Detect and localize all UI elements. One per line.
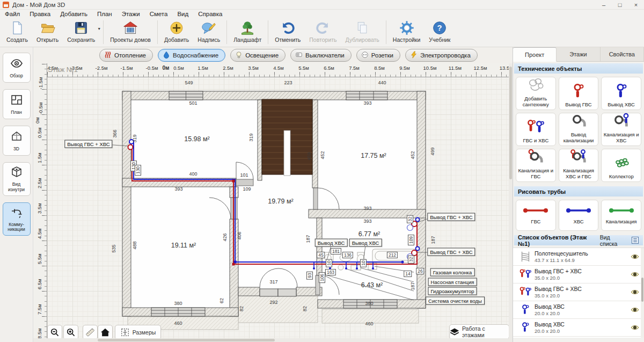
- close-button[interactable]: ×: [628, 2, 644, 8]
- dimensions-toggle-button[interactable]: Размеры: [115, 325, 161, 340]
- menu-item-4[interactable]: Этажи: [117, 11, 145, 17]
- sanitary-tool-button[interactable]: Добавить сантехнику: [516, 77, 556, 110]
- menu-item-7[interactable]: Справка: [193, 11, 227, 17]
- home-view-button[interactable]: [98, 325, 113, 340]
- tab-switch[interactable]: Выключатели: [290, 49, 352, 62]
- outlet-cold-tool-button[interactable]: Вывод ХВС: [601, 77, 641, 110]
- sidebar-item-house3d[interactable]: 3D: [3, 126, 31, 156]
- zoom-in-button[interactable]: [63, 325, 78, 340]
- visibility-eye-icon[interactable]: [628, 253, 642, 260]
- menu-item-3[interactable]: План: [92, 11, 117, 17]
- tab-socket[interactable]: Розетки: [356, 49, 400, 62]
- object-size: 20.0 x 20.0: [535, 328, 628, 334]
- object-list-item[interactable]: Вывод ХВС20.0 x 20.0: [513, 301, 644, 319]
- plan-callout[interactable]: Насосная станция: [428, 278, 477, 286]
- plan-callout[interactable]: Вывод ХВС: [315, 239, 348, 247]
- menu-item-1[interactable]: Правка: [25, 11, 55, 17]
- menu-item-2[interactable]: Добавить: [55, 11, 92, 17]
- toolbar-label: Учебник: [429, 37, 450, 43]
- ruler-v-label: 4.5м: [36, 228, 42, 239]
- tab-wiring[interactable]: Электропроводка: [405, 49, 478, 62]
- object-list-scrollbar[interactable]: [641, 248, 644, 338]
- open-folder-button[interactable]: Открыть: [32, 18, 63, 43]
- pipe-tool-ХВС[interactable]: ХВС: [559, 200, 599, 231]
- maximize-button[interactable]: □: [612, 2, 628, 8]
- tool-label: Канализация и ГВС: [517, 168, 555, 180]
- object-name: Полотенцесушитель: [535, 250, 628, 257]
- object-list-item[interactable]: Вывод ГВС + ХВС35.0 x 20.0: [513, 283, 644, 301]
- new-doc-icon: [10, 20, 25, 36]
- minimize-button[interactable]: –: [596, 2, 612, 8]
- title-bar: Дом - Мой Дом 3D – □ ×: [0, 0, 644, 10]
- plan-canvas-area[interactable]: 4.5м-3.5м-2.5м-1.5м-0.5м0м0.5м1.5м2.5м3.…: [33, 47, 513, 342]
- toolbar-label: Дублировать: [346, 37, 379, 43]
- tab-light[interactable]: Освещение: [230, 49, 286, 62]
- outlet-cold-icon: [610, 82, 633, 102]
- add-circle-button[interactable]: Добавить: [160, 18, 193, 43]
- drain-cold-tool-button[interactable]: Канализация и ХВС: [601, 113, 641, 146]
- pipe-tool-Канализация[interactable]: Канализация: [601, 200, 641, 231]
- floor-plan[interactable]: 5492234405013933663193194001011093934524…: [47, 63, 509, 342]
- duplicate-pages-button: Дублировать: [341, 18, 384, 43]
- sidebar-label: Комму- никации: [8, 222, 25, 233]
- panel-tab-2[interactable]: Свойства: [601, 47, 644, 61]
- label-bubble-button[interactable]: Надпись: [193, 18, 224, 43]
- tab-water[interactable]: Водоснабжение: [158, 49, 225, 62]
- object-list-item[interactable]: Полотенцесушитель43.7 x 11.1 x 64.9: [513, 248, 644, 266]
- open-folder-icon: [40, 20, 55, 36]
- plan-callout[interactable]: Вывод ГВС + ХВС: [64, 140, 112, 148]
- visibility-eye-icon[interactable]: [628, 324, 642, 331]
- tab-heating[interactable]: Отопление: [99, 49, 153, 62]
- undo-arrow-button[interactable]: Отменить: [270, 18, 305, 43]
- sidebar-item-eye[interactable]: Обзор: [3, 53, 31, 83]
- panel-tab-1[interactable]: Этажи: [557, 47, 600, 61]
- outlet-hotcold-icon: [516, 286, 535, 299]
- menu-item-5[interactable]: Смета: [145, 11, 173, 17]
- drain-hot-tool-button[interactable]: Канализация и ГВС: [516, 149, 556, 182]
- outlet-hot-tool-button[interactable]: Вывод ГВС: [559, 77, 599, 110]
- plan-callout[interactable]: Вывод ХВС: [349, 239, 382, 247]
- sidebar-item-comms[interactable]: Комму- никации: [3, 202, 31, 236]
- ruler-v-label: 1.5м: [36, 152, 42, 163]
- visibility-eye-icon[interactable]: [628, 307, 642, 313]
- collector-tool-button[interactable]: Коллектор: [601, 149, 641, 182]
- outlet-hotcold-tool-button[interactable]: ГВС и ХВС: [516, 113, 556, 146]
- floors-work-button[interactable]: Работа с этажами: [449, 324, 509, 339]
- pipe-tool-ГВС[interactable]: ГВС: [516, 200, 556, 231]
- canvas-horizontal-scrollbar[interactable]: [33, 338, 509, 342]
- object-list-item[interactable]: Вывод ГВС + ХВС35.0 x 20.0: [513, 266, 644, 283]
- comms-icon: [10, 206, 23, 221]
- zoom-out-button[interactable]: [47, 325, 62, 340]
- sidebar-item-inside[interactable]: Вид изнутри: [3, 162, 31, 196]
- object-list-item[interactable]: Вывод ХВС20.0 x 20.0: [513, 337, 644, 338]
- drain-hotcold-tool-button[interactable]: Канализация ХВС и ГВС: [559, 149, 599, 182]
- tool-label: Вывод ГВС: [565, 102, 591, 108]
- settings-gear-button[interactable]: Настройки: [389, 18, 425, 43]
- wiring-icon: [410, 51, 418, 60]
- plan-callout[interactable]: Гидроаккумулятор: [428, 287, 477, 295]
- panel-tab-0[interactable]: Проект: [513, 47, 557, 62]
- sidebar-item-plan[interactable]: План: [3, 89, 31, 119]
- visibility-eye-icon[interactable]: [628, 289, 642, 295]
- plan-callout[interactable]: Вывод ГВС + ХВС: [427, 213, 475, 221]
- tool-label: ГВС и ХВС: [523, 138, 548, 144]
- plan-callout[interactable]: Вывод ГВС + ХВС: [427, 248, 475, 256]
- tutorial-help-button[interactable]: ?Учебник: [425, 18, 455, 43]
- object-list-item[interactable]: Вывод ХВС20.0 x 20.0: [513, 319, 644, 337]
- menu-item-0[interactable]: Файл: [0, 11, 25, 17]
- canvas-vertical-scrollbar[interactable]: [509, 63, 513, 342]
- landscape-tree-button[interactable]: Ландшафт: [229, 18, 266, 43]
- new-doc-button[interactable]: Создать: [2, 18, 32, 43]
- plan-callout[interactable]: Газовая колонка: [430, 268, 475, 276]
- ruler-v-label: 0.5м: [36, 127, 42, 138]
- drain-tool-button[interactable]: Вывод канализации: [559, 113, 599, 146]
- save-dropdown-arrow[interactable]: ▼: [97, 27, 101, 31]
- toolbar-label: Открыть: [36, 37, 58, 43]
- save-floppy-button[interactable]: Сохранить: [63, 18, 99, 43]
- measure-button[interactable]: [83, 325, 98, 340]
- plan-callout[interactable]: Система очистки воды: [426, 297, 485, 305]
- visibility-eye-icon[interactable]: [628, 271, 642, 278]
- list-view-icon[interactable]: [631, 236, 639, 244]
- menu-item-6[interactable]: Вид: [172, 11, 193, 17]
- house-projects-button[interactable]: Проекты домов: [106, 18, 155, 43]
